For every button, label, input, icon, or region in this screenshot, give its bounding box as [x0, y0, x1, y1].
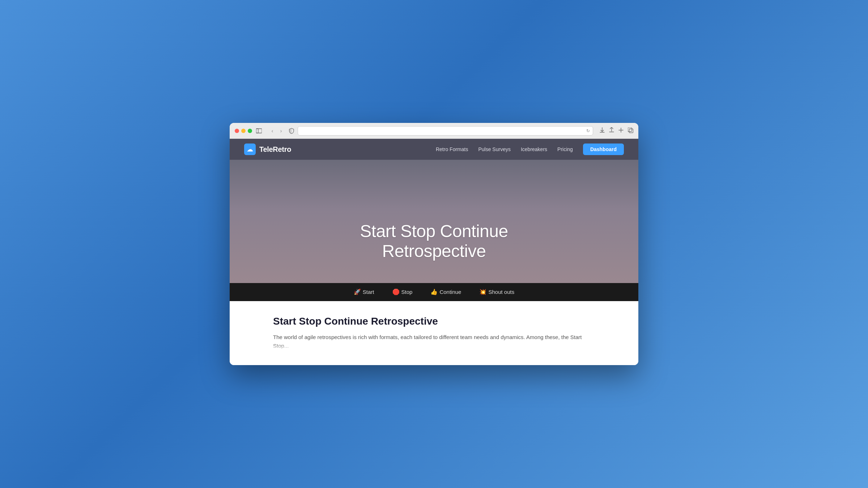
new-tab-icon[interactable]	[618, 128, 624, 134]
main-nav: ☁ TeleRetro Retro Formats Pulse Surveys …	[230, 139, 638, 160]
svg-rect-1	[256, 129, 262, 133]
tab-shoutouts-label: Shout outs	[488, 289, 514, 295]
address-bar[interactable]: ↻	[298, 126, 593, 136]
hero-title: Start Stop Continue Retrospective	[244, 221, 624, 261]
hero-title-line2: Retrospective	[382, 241, 486, 261]
tab-continue[interactable]: 👍 Continue	[430, 288, 461, 295]
hero-content: Start Stop Continue Retrospective	[230, 203, 638, 283]
svg-rect-2	[628, 128, 632, 132]
nav-links: Retro Formats Pulse Surveys Icebreakers …	[436, 144, 624, 155]
back-button[interactable]: ‹	[269, 127, 276, 134]
privacy-shield-icon	[288, 128, 295, 134]
thumbsup-icon: 👍	[430, 288, 438, 295]
share-icon[interactable]	[609, 127, 614, 134]
browser-actions	[600, 127, 633, 134]
website-content: ☁ TeleRetro Retro Formats Pulse Surveys …	[230, 139, 638, 365]
rocket-icon: 🚀	[354, 288, 361, 295]
close-button[interactable]	[235, 129, 239, 133]
tabs-icon[interactable]	[628, 128, 633, 134]
hero-title-line1: Start Stop Continue	[360, 222, 508, 241]
nav-link-pulse-surveys[interactable]: Pulse Surveys	[478, 146, 510, 152]
star-icon: 💥	[479, 288, 486, 295]
browser-nav: ‹ ›	[269, 127, 285, 134]
svg-rect-0	[256, 129, 258, 133]
nav-link-icebreakers[interactable]: Icebreakers	[521, 146, 547, 152]
tab-start-label: Start	[363, 289, 374, 295]
minimize-button[interactable]	[241, 129, 246, 133]
tab-continue-label: Continue	[439, 289, 461, 295]
logo[interactable]: ☁ TeleRetro	[244, 144, 291, 155]
browser-chrome: ‹ › ↻	[230, 123, 638, 139]
download-icon[interactable]	[600, 127, 605, 134]
tab-bar: 🚀 Start 🛑 Stop 👍 Continue 💥 Shout outs	[230, 283, 638, 301]
logo-icon: ☁	[244, 144, 256, 155]
content-text: The world of agile retrospectives is ric…	[273, 333, 595, 351]
stop-icon: 🛑	[392, 288, 400, 295]
dashboard-button[interactable]: Dashboard	[583, 144, 624, 155]
tab-start[interactable]: 🚀 Start	[354, 288, 374, 295]
tab-stop[interactable]: 🛑 Stop	[392, 288, 413, 295]
content-title: Start Stop Continue Retrospective	[273, 316, 595, 327]
refresh-icon[interactable]: ↻	[586, 128, 590, 133]
address-bar-wrapper: ↻	[288, 126, 593, 136]
nav-link-retro-formats[interactable]: Retro Formats	[436, 146, 468, 152]
traffic-lights	[235, 129, 252, 133]
hero-section: Start Stop Continue Retrospective	[230, 160, 638, 283]
cloud-icon: ☁	[247, 145, 253, 153]
svg-rect-3	[629, 129, 633, 133]
maximize-button[interactable]	[248, 129, 252, 133]
browser-window: ‹ › ↻	[230, 123, 638, 365]
tab-stop-label: Stop	[401, 289, 413, 295]
nav-link-pricing[interactable]: Pricing	[557, 146, 573, 152]
tab-shoutouts[interactable]: 💥 Shout outs	[479, 288, 514, 295]
content-section: Start Stop Continue Retrospective The wo…	[230, 301, 638, 365]
forward-button[interactable]: ›	[277, 127, 285, 134]
logo-text: TeleRetro	[259, 145, 291, 154]
sidebar-toggle-icon[interactable]	[256, 128, 262, 134]
